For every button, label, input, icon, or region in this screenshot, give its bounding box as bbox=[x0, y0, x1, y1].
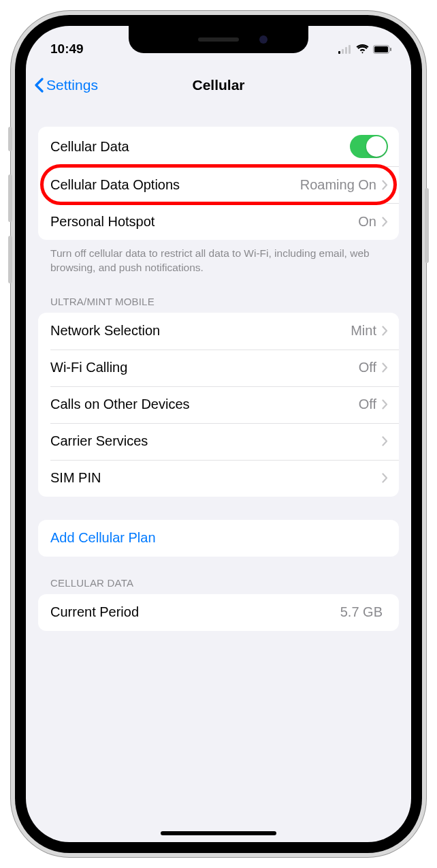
current-period-value: 5.7 GB bbox=[340, 604, 383, 620]
usage-header: CELLULAR DATA bbox=[38, 557, 399, 594]
row-sim-pin[interactable]: SIM PIN bbox=[38, 460, 399, 497]
wifi-icon bbox=[356, 44, 369, 54]
row-carrier-services[interactable]: Carrier Services bbox=[38, 423, 399, 460]
nav-bar: Settings Cellular bbox=[26, 64, 411, 106]
status-icons bbox=[338, 44, 392, 54]
svg-rect-5 bbox=[374, 46, 388, 52]
add-cellular-plan-label: Add Cellular Plan bbox=[50, 530, 388, 546]
chevron-right-icon bbox=[382, 399, 388, 409]
cellular-data-toggle[interactable] bbox=[350, 135, 388, 158]
row-calls-other-devices[interactable]: Calls on Other Devices Off bbox=[38, 386, 399, 423]
row-network-selection[interactable]: Network Selection Mint bbox=[38, 313, 399, 350]
cellular-data-label: Cellular Data bbox=[50, 139, 350, 155]
calls-other-devices-label: Calls on Other Devices bbox=[50, 397, 359, 412]
svg-rect-6 bbox=[390, 48, 391, 51]
current-period-label: Current Period bbox=[50, 604, 340, 620]
calls-other-devices-value: Off bbox=[359, 397, 376, 412]
page-title: Cellular bbox=[192, 77, 244, 93]
cellular-footer: Turn off cellular data to restrict all d… bbox=[38, 240, 399, 275]
row-wifi-calling[interactable]: Wi-Fi Calling Off bbox=[38, 350, 399, 386]
svg-rect-1 bbox=[342, 49, 344, 54]
group-usage: Current Period 5.7 GB bbox=[38, 594, 399, 631]
group-cellular: Cellular Data Cellular Data Options Roam… bbox=[38, 127, 399, 240]
group-carrier: Network Selection Mint Wi-Fi Calling Off… bbox=[38, 313, 399, 497]
back-button[interactable]: Settings bbox=[34, 77, 98, 93]
svg-rect-0 bbox=[338, 51, 340, 54]
cellular-signal-icon bbox=[338, 45, 352, 54]
cellular-data-options-label: Cellular Data Options bbox=[50, 177, 300, 193]
chevron-right-icon bbox=[382, 473, 388, 483]
chevron-right-icon bbox=[382, 362, 388, 373]
back-label: Settings bbox=[46, 77, 98, 93]
personal-hotspot-label: Personal Hotspot bbox=[50, 214, 358, 230]
chevron-left-icon bbox=[34, 78, 44, 93]
chevron-right-icon bbox=[382, 217, 388, 227]
row-add-cellular-plan[interactable]: Add Cellular Plan bbox=[38, 520, 399, 557]
row-cellular-data-options[interactable]: Cellular Data Options Roaming On bbox=[38, 166, 399, 203]
carrier-services-label: Carrier Services bbox=[50, 433, 382, 449]
status-time: 10:49 bbox=[50, 42, 84, 57]
wifi-calling-label: Wi-Fi Calling bbox=[50, 360, 359, 375]
wifi-calling-value: Off bbox=[359, 360, 376, 375]
svg-rect-3 bbox=[349, 45, 351, 54]
carrier-header: ULTRA/MINT MOBILE bbox=[38, 275, 399, 313]
personal-hotspot-value: On bbox=[358, 214, 376, 230]
row-personal-hotspot[interactable]: Personal Hotspot On bbox=[38, 203, 399, 240]
group-add-plan: Add Cellular Plan bbox=[38, 520, 399, 557]
sim-pin-label: SIM PIN bbox=[50, 470, 382, 486]
network-selection-value: Mint bbox=[351, 323, 376, 339]
chevron-right-icon bbox=[382, 180, 388, 190]
chevron-right-icon bbox=[382, 436, 388, 446]
battery-icon bbox=[373, 45, 392, 54]
svg-rect-2 bbox=[345, 47, 347, 54]
row-cellular-data[interactable]: Cellular Data bbox=[38, 127, 399, 166]
chevron-right-icon bbox=[382, 326, 388, 336]
row-current-period[interactable]: Current Period 5.7 GB bbox=[38, 594, 399, 631]
network-selection-label: Network Selection bbox=[50, 323, 351, 339]
home-indicator[interactable] bbox=[161, 831, 276, 835]
cellular-data-options-value: Roaming On bbox=[300, 177, 376, 193]
